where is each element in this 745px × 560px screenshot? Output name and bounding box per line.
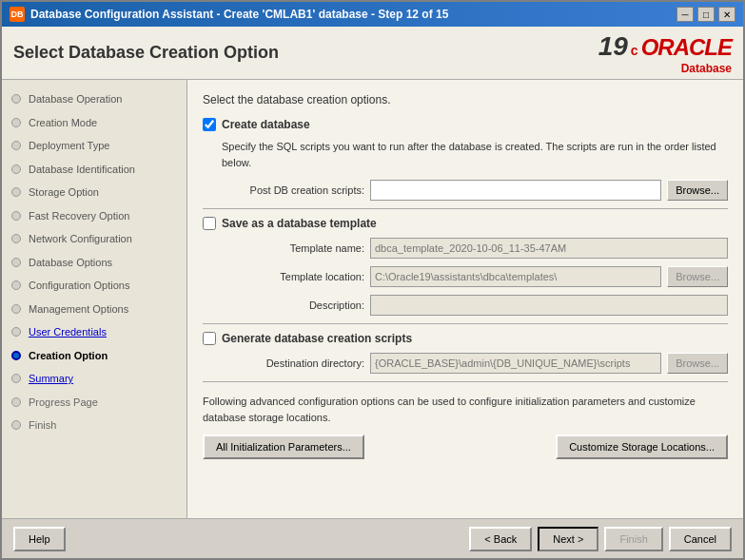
sidebar-item-creation-option: Creation Option — [2, 344, 186, 368]
step-dot-network-configuration — [11, 234, 21, 243]
sidebar-item-creation-mode: Creation Mode — [2, 111, 186, 135]
oracle-product: Database — [598, 62, 732, 75]
oracle-version: 19 — [598, 31, 628, 62]
header: Select Database Creation Option 19c ORAC… — [2, 27, 743, 80]
back-button[interactable]: < Back — [469, 527, 532, 551]
step-dot-progress-page — [11, 397, 21, 407]
template-location-row: Template location: Browse... — [222, 266, 728, 287]
step-dot-creation-mode — [11, 118, 21, 127]
sidebar-item-summary[interactable]: Summary — [2, 367, 186, 391]
footer-left: Help — [13, 527, 66, 551]
generate-scripts-row: Generate database creation scripts — [203, 332, 728, 345]
step-dot-creation-option — [11, 351, 21, 360]
post-db-browse-button[interactable]: Browse... — [667, 180, 728, 201]
create-database-indent: Specify the SQL scripts you want to run … — [222, 139, 728, 201]
template-location-browse-button: Browse... — [667, 266, 728, 287]
step-dot-configuration-options — [11, 280, 21, 290]
sidebar-item-network-configuration: Network Configuration — [2, 227, 186, 251]
customize-storage-button[interactable]: Customize Storage Locations... — [556, 434, 728, 459]
template-location-input — [370, 266, 661, 287]
template-indent: Template name: Template location: Browse… — [222, 238, 728, 316]
sidebar-item-finish: Finish — [2, 414, 186, 437]
sidebar-item-configuration-options: Configuration Options — [2, 274, 186, 298]
step-dot-management-options — [11, 304, 21, 314]
sidebar: Database Operation Creation Mode Deploym… — [2, 80, 187, 518]
destination-dir-label: Destination directory: — [222, 357, 364, 369]
page-title: Select Database Creation Option — [13, 43, 279, 63]
sidebar-item-storage-option: Storage Option — [2, 181, 186, 204]
sidebar-item-database-identification: Database Identification — [2, 158, 186, 182]
step-dot-summary — [11, 374, 21, 383]
generate-scripts-label: Generate database creation scripts — [222, 332, 412, 345]
template-name-label: Template name: — [222, 242, 364, 254]
divider-2 — [203, 323, 728, 324]
scripts-indent: Destination directory: Browse... — [222, 353, 728, 374]
sidebar-item-management-options: Management Options — [2, 298, 186, 321]
create-database-checkbox[interactable] — [203, 118, 216, 131]
minimize-button[interactable]: ─ — [676, 7, 694, 22]
template-location-label: Template location: — [222, 271, 364, 282]
sidebar-item-progress-page: Progress Page — [2, 391, 186, 415]
footer-right: < Back Next > Finish Cancel — [469, 527, 732, 551]
sidebar-item-user-credentials[interactable]: User Credentials — [2, 320, 186, 344]
post-db-scripts-row: Post DB creation scripts: Browse... — [222, 180, 728, 201]
main-window: DB Database Configuration Assistant - Cr… — [0, 0, 745, 560]
step-dot-database-identification — [11, 164, 21, 174]
step-dot-storage-option — [11, 187, 21, 197]
post-db-description: Specify the SQL scripts you want to run … — [222, 139, 728, 170]
generate-scripts-checkbox[interactable] — [203, 332, 216, 345]
titlebar-left: DB Database Configuration Assistant - Cr… — [10, 7, 448, 22]
close-button[interactable]: ✕ — [718, 7, 735, 22]
save-template-row: Save as a database template — [203, 217, 728, 230]
footer: Help < Back Next > Finish Cancel — [2, 518, 743, 558]
post-db-label: Post DB creation scripts: — [222, 184, 364, 196]
finish-button[interactable]: Finish — [604, 527, 662, 551]
maximize-button[interactable]: □ — [697, 7, 715, 22]
step-dot-database-options — [11, 258, 21, 267]
sidebar-item-fast-recovery-option: Fast Recovery Option — [2, 204, 186, 228]
template-name-input — [370, 238, 728, 259]
destination-dir-input — [370, 353, 661, 374]
oracle-logo: 19c ORACLE Database — [598, 31, 732, 75]
destination-dir-browse-button: Browse... — [667, 353, 728, 374]
oracle-superscript: c — [631, 43, 638, 58]
main-instruction: Select the database creation options. — [203, 93, 728, 106]
cancel-button[interactable]: Cancel — [669, 527, 732, 551]
oracle-brand: ORACLE — [641, 34, 732, 61]
titlebar-controls: ─ □ ✕ — [676, 7, 735, 22]
create-database-label: Create database — [222, 118, 310, 131]
template-name-row: Template name: — [222, 238, 728, 259]
titlebar: DB Database Configuration Assistant - Cr… — [2, 2, 743, 27]
step-dot-database-operation — [11, 94, 21, 104]
main-content: Select the database creation options. Cr… — [187, 80, 743, 518]
app-icon: DB — [10, 7, 25, 22]
step-dot-finish — [11, 420, 21, 430]
sidebar-item-deployment-type: Deployment Type — [2, 134, 186, 158]
description-label: Description: — [222, 299, 364, 311]
save-template-label: Save as a database template — [222, 217, 377, 230]
advanced-buttons: All Initialization Parameters... Customi… — [203, 434, 728, 459]
next-button[interactable]: Next > — [538, 527, 598, 551]
window-title: Database Configuration Assistant - Creat… — [30, 8, 448, 21]
post-db-input[interactable] — [370, 180, 661, 201]
sidebar-item-database-operation: Database Operation — [2, 87, 186, 111]
description-row: Description: — [222, 295, 728, 316]
create-database-row: Create database — [203, 118, 728, 131]
step-dot-fast-recovery-option — [11, 211, 21, 221]
destination-dir-row: Destination directory: Browse... — [222, 353, 728, 374]
init-params-button[interactable]: All Initialization Parameters... — [203, 434, 364, 459]
description-input — [370, 295, 728, 316]
sidebar-item-database-options: Database Options — [2, 251, 186, 275]
advanced-text: Following advanced configuration options… — [203, 394, 728, 425]
step-dot-user-credentials — [11, 327, 21, 337]
divider-3 — [203, 381, 728, 382]
help-button[interactable]: Help — [13, 527, 66, 551]
divider-1 — [203, 208, 728, 209]
step-dot-deployment-type — [11, 141, 21, 150]
save-template-checkbox[interactable] — [203, 217, 216, 230]
content-area: Database Operation Creation Mode Deploym… — [2, 80, 743, 518]
